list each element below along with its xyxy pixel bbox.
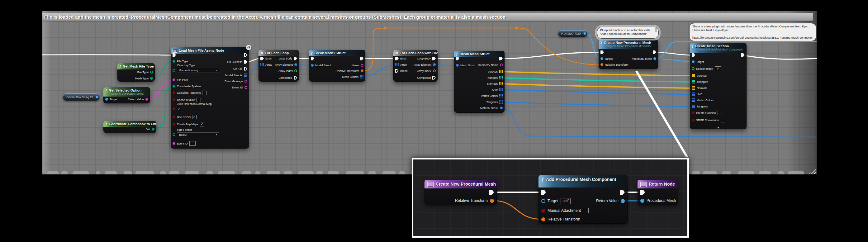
procedural-mesh-label: Procedural Mesh [647, 199, 676, 203]
target-field[interactable]: self [561, 198, 571, 204]
node-create-new-procedural-mesh[interactable]: Create New Procedural MeshRelative Trans… [425, 180, 497, 205]
blueprint-editor: { "comment_bar": { "title": "File is loa… [0, 0, 868, 242]
pin-row-exec [489, 189, 494, 195]
target-label: Target [548, 199, 558, 203]
node-title: Return Node [649, 181, 675, 187]
pin-row-target: Targetself [541, 198, 570, 204]
manual-attachment-pin[interactable] [541, 209, 545, 213]
exec-pin[interactable] [489, 190, 494, 195]
exec-pin[interactable] [640, 190, 645, 195]
manual-attachment-label: Manual Attachment [548, 208, 581, 213]
pin-row-procedural-mesh: Procedural Mesh [640, 198, 676, 204]
return-value-label: Return Value [596, 199, 619, 203]
pin-row-manual-attachment: Manual Attachment [541, 207, 589, 214]
node-title: Create New Procedural Mesh [436, 181, 496, 187]
node-title: Add Procedural Mesh Component [546, 177, 616, 183]
node-add-procedural-mesh-component[interactable]: ƒAdd Procedural Mesh ComponentTargetself… [538, 175, 627, 223]
function-icon: ƒ [541, 177, 544, 182]
pin-row-exec [620, 189, 625, 195]
pin-row-return-value: Return Value [596, 198, 625, 204]
node-type-icon [427, 182, 434, 187]
return-value-pin[interactable] [621, 199, 625, 203]
pin-row-exec [640, 189, 645, 195]
pin-row-relative-transform: Relative Transform [455, 198, 494, 204]
node-type-icon [640, 182, 647, 187]
relative-transform-pin[interactable] [541, 217, 545, 221]
node-header[interactable]: Return Node [638, 180, 678, 188]
pin-row-relative-transform: Relative Transform [541, 216, 580, 222]
relative-transform-pin[interactable] [490, 199, 494, 203]
exec-pin[interactable] [541, 190, 546, 195]
relative-transform-label: Relative Transform [548, 217, 580, 221]
manual-attachment-checkbox[interactable] [583, 208, 589, 213]
node-return-node[interactable]: Return NodeProcedural Mesh [638, 180, 678, 205]
pin-row-exec [541, 189, 546, 195]
relative-transform-label: Relative Transform [455, 199, 488, 203]
node-header[interactable]: ƒAdd Procedural Mesh Component [538, 175, 627, 187]
procedural-mesh-pin[interactable] [640, 199, 644, 203]
node-header[interactable]: Create New Procedural Mesh [425, 180, 497, 188]
exec-pin[interactable] [620, 190, 625, 195]
target-pin[interactable] [541, 199, 545, 203]
node-layer-inset: Create New Procedural MeshRelative Trans… [0, 0, 868, 242]
